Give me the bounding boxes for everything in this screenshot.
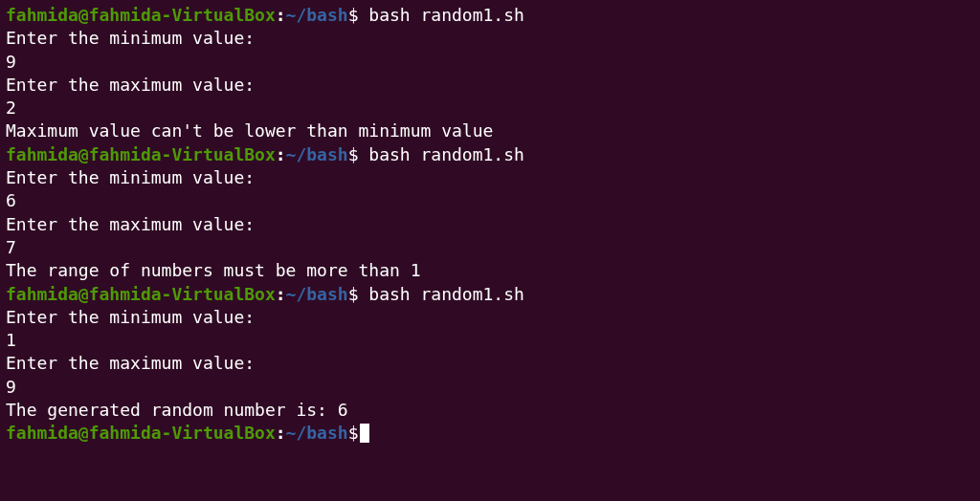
prompt-dollar: $ bbox=[348, 284, 359, 304]
prompt-colon: : bbox=[276, 284, 286, 304]
user-host: fahmida@fahmida-VirtualBox bbox=[6, 144, 276, 164]
output-line: 9 bbox=[6, 376, 974, 399]
prompt-line[interactable]: fahmida@fahmida-VirtualBox:~/bash$ bash … bbox=[6, 283, 974, 306]
output-line: Enter the minimum value: bbox=[6, 166, 974, 189]
output-line: Enter the maximum value: bbox=[6, 74, 974, 97]
cursor bbox=[360, 424, 369, 443]
prompt-line[interactable]: fahmida@fahmida-VirtualBox:~/bash$ bbox=[6, 422, 974, 445]
output-line: The generated random number is: 6 bbox=[6, 399, 974, 422]
output-line: Enter the maximum value: bbox=[6, 213, 974, 236]
prompt-path: ~/bash bbox=[286, 144, 348, 164]
prompt-colon: : bbox=[276, 5, 286, 25]
command-text: bash random1.sh bbox=[358, 5, 523, 25]
output-line: 2 bbox=[6, 97, 974, 120]
prompt-dollar: $ bbox=[348, 423, 359, 443]
prompt-colon: : bbox=[276, 423, 286, 443]
prompt-path: ~/bash bbox=[286, 423, 348, 443]
prompt-path: ~/bash bbox=[286, 284, 348, 304]
output-line: Enter the minimum value: bbox=[6, 306, 974, 329]
output-line: 7 bbox=[6, 236, 974, 259]
prompt-colon: : bbox=[276, 144, 286, 164]
prompt-line[interactable]: fahmida@fahmida-VirtualBox:~/bash$ bash … bbox=[6, 143, 974, 166]
user-host: fahmida@fahmida-VirtualBox bbox=[6, 284, 276, 304]
output-line: 1 bbox=[6, 329, 974, 352]
command-text: bash random1.sh bbox=[358, 284, 523, 304]
command-text: bash random1.sh bbox=[358, 144, 523, 164]
output-line: Enter the maximum value: bbox=[6, 352, 974, 375]
terminal-output[interactable]: fahmida@fahmida-VirtualBox:~/bash$ bash … bbox=[6, 4, 974, 446]
user-host: fahmida@fahmida-VirtualBox bbox=[6, 423, 276, 443]
output-line: Maximum value can't be lower than minimu… bbox=[6, 120, 974, 142]
output-line: 6 bbox=[6, 189, 974, 212]
prompt-dollar: $ bbox=[348, 144, 359, 164]
user-host: fahmida@fahmida-VirtualBox bbox=[6, 5, 276, 25]
output-line: Enter the minimum value: bbox=[6, 27, 974, 50]
prompt-dollar: $ bbox=[348, 5, 359, 25]
prompt-line[interactable]: fahmida@fahmida-VirtualBox:~/bash$ bash … bbox=[6, 4, 974, 27]
output-line: The range of numbers must be more than 1 bbox=[6, 259, 974, 282]
output-line: 9 bbox=[6, 51, 974, 74]
prompt-path: ~/bash bbox=[286, 5, 348, 25]
